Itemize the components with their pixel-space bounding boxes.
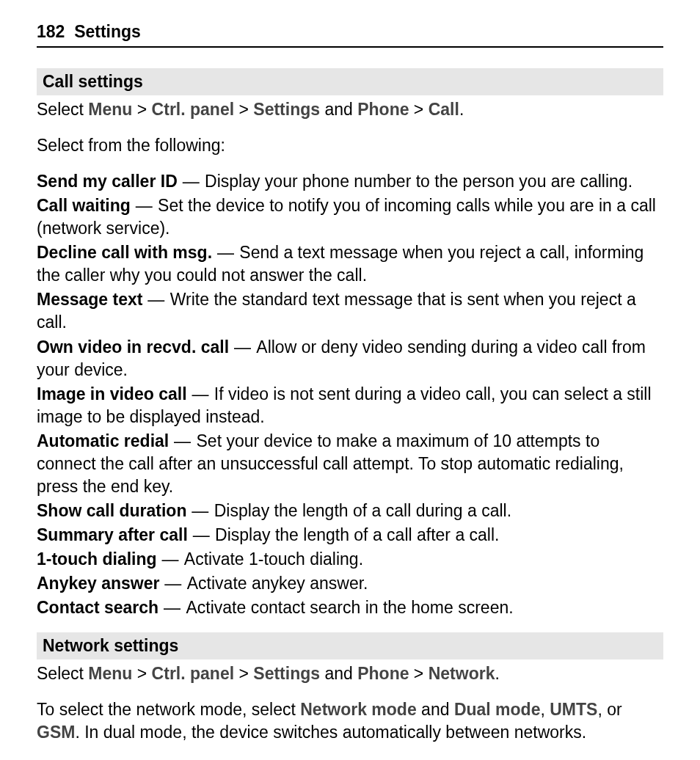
term: Contact search [37, 598, 158, 617]
document-page: 182 Settings Call settings Select Menu >… [0, 0, 700, 760]
page-header: 182 Settings [37, 21, 663, 48]
text: > [409, 100, 428, 119]
list-item: Image in video call — If video is not se… [37, 383, 663, 428]
dash: — [142, 290, 169, 309]
crumb-menu: Menu [88, 100, 132, 119]
text: Select [37, 664, 88, 683]
list-item: Anykey answer — Activate anykey answer. [37, 572, 663, 595]
text: > [234, 100, 253, 119]
desc: Activate contact search in the home scre… [186, 598, 513, 617]
desc: Activate anykey answer. [187, 574, 368, 593]
intro-text: Select from the following: [37, 134, 663, 157]
opt-network-mode: Network mode [300, 700, 416, 719]
text: > [234, 664, 253, 683]
dash: — [169, 431, 196, 450]
list-item: Summary after call — Display the length … [37, 524, 663, 547]
opt-dual-mode: Dual mode [454, 700, 541, 719]
dash: — [178, 172, 205, 191]
dash: — [159, 574, 186, 593]
term: Call waiting [37, 196, 131, 215]
text: and [417, 700, 454, 719]
nav-breadcrumb-call: Select Menu > Ctrl. panel > Settings and… [37, 98, 663, 121]
term: Automatic redial [37, 431, 169, 450]
term: Image in video call [37, 384, 187, 403]
text: and [320, 664, 357, 683]
dash: — [188, 525, 215, 544]
section-heading-network-settings: Network settings [37, 632, 663, 659]
text: , [540, 700, 550, 719]
dash: — [158, 598, 186, 617]
text: . [495, 664, 499, 683]
crumb-settings: Settings [253, 100, 320, 119]
dash: — [131, 196, 158, 215]
term: Summary after call [37, 525, 188, 544]
header-section-title: Settings [74, 22, 141, 41]
definition-list-call-settings: Send my caller ID — Display your phone n… [37, 170, 663, 619]
network-body: To select the network mode, select Netwo… [37, 698, 663, 744]
list-item: Message text — Write the standard text m… [37, 288, 663, 334]
list-item: Send my caller ID — Display your phone n… [37, 170, 663, 193]
dash: — [186, 501, 214, 520]
crumb-ctrl-panel: Ctrl. panel [152, 664, 234, 683]
term: Own video in recvd. call [37, 337, 229, 357]
term: Anykey answer [37, 574, 159, 593]
crumb-phone: Phone [357, 664, 409, 683]
desc: Display your phone number to the person … [205, 172, 632, 191]
text: . In dual mode, the device switches auto… [75, 723, 586, 742]
list-item: 1-touch dialing — Activate 1-touch diali… [37, 548, 663, 571]
desc: Activate 1-touch dialing. [184, 549, 363, 569]
term: Show call duration [37, 501, 186, 520]
opt-umts: UMTS [550, 700, 597, 719]
nav-breadcrumb-network: Select Menu > Ctrl. panel > Settings and… [37, 662, 663, 685]
term: 1-touch dialing [37, 549, 157, 569]
opt-gsm: GSM [37, 723, 75, 742]
term: Message text [37, 290, 142, 309]
crumb-call: Call [429, 100, 459, 119]
desc: Display the length of a call during a ca… [214, 501, 511, 520]
list-item: Call waiting — Set the device to notify … [37, 194, 663, 240]
dash: — [187, 384, 214, 403]
dash: — [229, 337, 256, 357]
list-item: Decline call with msg. — Send a text mes… [37, 241, 663, 287]
crumb-network: Network [429, 664, 495, 683]
crumb-settings: Settings [253, 664, 320, 683]
text: Select [37, 100, 88, 119]
list-item: Own video in recvd. call — Allow or deny… [37, 336, 663, 381]
crumb-ctrl-panel: Ctrl. panel [152, 100, 234, 119]
text: and [320, 100, 357, 119]
crumb-phone: Phone [357, 100, 409, 119]
text: To select the network mode, select [37, 700, 300, 719]
text: > [132, 100, 151, 119]
text: > [132, 664, 151, 683]
text: , or [597, 700, 621, 719]
desc: Display the length of a call after a cal… [215, 525, 499, 544]
term: Send my caller ID [37, 172, 178, 191]
text: . [459, 100, 464, 119]
term: Decline call with msg. [37, 243, 212, 262]
page-number: 182 [37, 22, 65, 41]
list-item: Contact search — Activate contact search… [37, 596, 663, 619]
list-item: Automatic redial — Set your device to ma… [37, 430, 663, 498]
list-item: Show call duration — Display the length … [37, 500, 663, 522]
crumb-menu: Menu [88, 664, 132, 683]
text: > [409, 664, 428, 683]
dash: — [157, 549, 184, 569]
section-heading-call-settings: Call settings [37, 68, 663, 95]
dash: — [212, 243, 239, 262]
